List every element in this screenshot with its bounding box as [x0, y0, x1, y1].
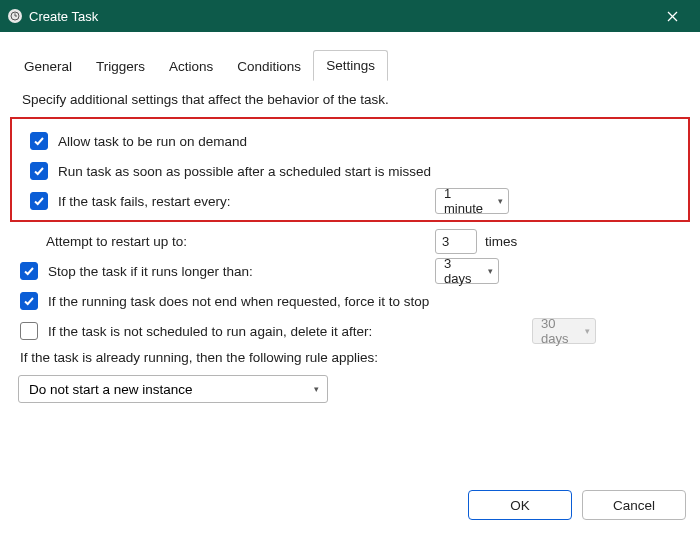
label-attempt-restart: Attempt to restart up to: [46, 234, 187, 249]
tab-settings[interactable]: Settings [313, 50, 388, 81]
tab-actions[interactable]: Actions [157, 52, 225, 81]
label-run-asap: Run task as soon as possible after a sch… [58, 164, 431, 179]
tab-conditions[interactable]: Conditions [225, 52, 313, 81]
chevron-down-icon: ▾ [585, 326, 590, 336]
checkbox-force-stop[interactable] [20, 292, 38, 310]
cancel-button[interactable]: Cancel [582, 490, 686, 520]
label-times: times [485, 234, 517, 249]
label-force-stop: If the running task does not end when re… [48, 294, 429, 309]
window-title: Create Task [29, 9, 98, 24]
select-delete-after-value: 30 days [541, 316, 573, 346]
dialog-footer: OK Cancel [468, 490, 686, 520]
settings-description: Specify additional settings that affect … [22, 92, 700, 107]
label-allow-on-demand: Allow task to be run on demand [58, 134, 247, 149]
checkbox-stop-if-longer[interactable] [20, 262, 38, 280]
checkbox-restart-on-fail[interactable] [30, 192, 48, 210]
input-attempt-count-value: 3 [442, 234, 449, 249]
label-restart-on-fail: If the task fails, restart every: [58, 194, 231, 209]
ok-button-label: OK [510, 498, 530, 513]
input-attempt-count[interactable]: 3 [435, 229, 477, 254]
select-restart-interval[interactable]: 1 minute ▾ [435, 188, 509, 214]
label-delete-if-not-scheduled: If the task is not scheduled to run agai… [48, 324, 372, 339]
select-running-rule-value: Do not start a new instance [29, 382, 193, 397]
chevron-down-icon: ▾ [314, 384, 319, 394]
tab-general[interactable]: General [12, 52, 84, 81]
select-restart-interval-value: 1 minute [444, 186, 486, 216]
highlighted-settings-group: Allow task to be run on demand Run task … [10, 117, 690, 222]
chevron-down-icon: ▾ [488, 266, 493, 276]
checkbox-run-asap[interactable] [30, 162, 48, 180]
tab-bar: General Triggers Actions Conditions Sett… [12, 50, 700, 82]
select-running-rule[interactable]: Do not start a new instance ▾ [18, 375, 328, 403]
tab-triggers[interactable]: Triggers [84, 52, 157, 81]
select-stop-duration[interactable]: 3 days ▾ [435, 258, 499, 284]
select-delete-after: 30 days ▾ [532, 318, 596, 344]
label-running-rule: If the task is already running, then the… [20, 350, 378, 365]
close-button[interactable] [652, 0, 692, 32]
cancel-button-label: Cancel [613, 498, 655, 513]
label-stop-if-longer: Stop the task if it runs longer than: [48, 264, 253, 279]
checkbox-allow-on-demand[interactable] [30, 132, 48, 150]
titlebar: Create Task [0, 0, 700, 32]
app-icon [8, 9, 22, 23]
chevron-down-icon: ▾ [498, 196, 503, 206]
checkbox-delete-if-not-scheduled[interactable] [20, 322, 38, 340]
ok-button[interactable]: OK [468, 490, 572, 520]
select-stop-duration-value: 3 days [444, 256, 476, 286]
